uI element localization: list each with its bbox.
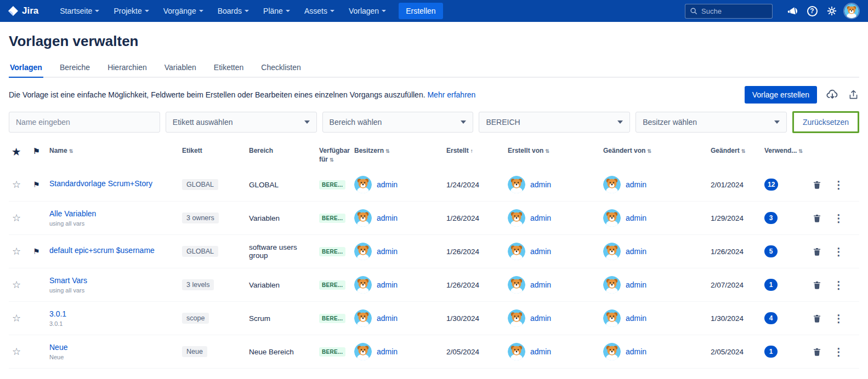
- favorite-star-icon[interactable]: ☆: [12, 246, 21, 257]
- scope-filter-select[interactable]: Bereich wählen: [322, 112, 474, 133]
- nav-item-vorlagen[interactable]: Vorlagen: [343, 0, 392, 22]
- creator-link[interactable]: admin: [530, 247, 551, 256]
- more-actions-button[interactable]: ⋮: [833, 213, 844, 223]
- template-name-link[interactable]: Smart Vars: [49, 276, 178, 285]
- nav-item-startseite[interactable]: Startseite: [54, 0, 105, 22]
- column-header-erstellt-von[interactable]: Erstellt von⇅: [508, 146, 603, 155]
- created-date: 1/30/2024: [446, 314, 508, 323]
- usage-count-badge[interactable]: 1: [764, 279, 778, 291]
- bereich-value: software users group: [249, 243, 319, 260]
- favorite-star-icon[interactable]: ☆: [12, 313, 21, 324]
- template-name-link[interactable]: Alle Variablen: [49, 209, 178, 218]
- label-filter-select[interactable]: Etikett auswählen: [166, 112, 317, 133]
- column-header-bereich[interactable]: Bereich: [249, 146, 319, 155]
- help-button[interactable]: ?: [803, 2, 821, 20]
- settings-button[interactable]: [823, 2, 841, 20]
- favorite-star-icon[interactable]: ☆: [12, 213, 21, 223]
- more-actions-button[interactable]: ⋮: [833, 246, 844, 257]
- tab-bar: Vorlagen Bereiche Hierarchien Variablen …: [9, 60, 859, 78]
- learn-more-link[interactable]: Mehr erfahren: [427, 90, 475, 99]
- search-input[interactable]: [701, 7, 762, 15]
- nav-item-vorgaenge[interactable]: Vorgänge: [157, 0, 209, 22]
- template-name-link[interactable]: Neue: [49, 343, 178, 352]
- modifier-link[interactable]: admin: [626, 247, 646, 256]
- more-actions-button[interactable]: ⋮: [833, 180, 844, 190]
- template-name-link[interactable]: Standardvorlage Scrum+Story: [49, 179, 178, 188]
- create-template-button[interactable]: Vorlage erstellen: [745, 86, 817, 104]
- column-header-verwendet[interactable]: Verwend...⇅: [764, 146, 813, 155]
- creator-link[interactable]: admin: [530, 347, 551, 356]
- more-actions-button[interactable]: ⋮: [833, 347, 844, 357]
- usage-count-badge[interactable]: 1: [764, 346, 778, 358]
- modifier-avatar: [603, 209, 621, 227]
- favorite-star-icon[interactable]: ☆: [12, 279, 21, 290]
- more-actions-button[interactable]: ⋮: [833, 280, 844, 290]
- favorite-star-icon[interactable]: ☆: [12, 179, 21, 190]
- column-header-geaendert[interactable]: Geändert⇅: [711, 146, 764, 155]
- bereich-filter-select[interactable]: BEREICH: [479, 112, 630, 133]
- owner-link[interactable]: admin: [377, 314, 398, 323]
- tab-variablen[interactable]: Variablen: [163, 60, 197, 78]
- label-chip: 3 owners: [182, 213, 219, 223]
- owner-filter-select[interactable]: Besitzer wählen: [636, 112, 787, 133]
- modifier-link[interactable]: admin: [626, 314, 646, 323]
- owner-link[interactable]: admin: [377, 247, 398, 256]
- table-row: ☆ Smart Vars using all vars 3 levels Var…: [9, 268, 859, 302]
- creator-link[interactable]: admin: [530, 214, 551, 222]
- delete-button[interactable]: [813, 347, 821, 357]
- reset-filters-button[interactable]: Zurücksetzen: [794, 113, 858, 131]
- column-header-name[interactable]: Name⇅: [49, 146, 182, 155]
- flag-icon[interactable]: ⚑: [33, 180, 40, 189]
- usage-count-badge[interactable]: 5: [764, 245, 778, 257]
- user-avatar-button[interactable]: [843, 2, 860, 20]
- favorite-star-icon[interactable]: ☆: [12, 346, 21, 357]
- import-templates-button[interactable]: [826, 88, 839, 101]
- tab-vorlagen[interactable]: Vorlagen: [9, 60, 43, 78]
- creator-link[interactable]: admin: [530, 180, 551, 189]
- template-subtitle: using all vars: [49, 220, 178, 227]
- tab-bereiche[interactable]: Bereiche: [59, 60, 91, 78]
- tab-hierarchien[interactable]: Hierarchien: [106, 60, 148, 78]
- creator-link[interactable]: admin: [530, 280, 551, 289]
- usage-count-badge[interactable]: 3: [764, 212, 778, 224]
- owner-link[interactable]: admin: [377, 180, 398, 189]
- create-issue-button[interactable]: Erstellen: [399, 3, 442, 19]
- delete-button[interactable]: [813, 314, 821, 323]
- table-row: ☆ Alle Variablen using all vars 3 owners…: [9, 202, 859, 235]
- creator-link[interactable]: admin: [530, 314, 551, 323]
- flag-icon[interactable]: ⚑: [33, 247, 40, 256]
- nav-item-plaene[interactable]: Pläne: [257, 0, 296, 22]
- column-header-erstellt[interactable]: Erstellt↑: [446, 146, 508, 155]
- nav-item-boards[interactable]: Boards: [212, 0, 255, 22]
- modifier-link[interactable]: admin: [626, 214, 646, 222]
- template-name-link[interactable]: default epic+scrum $username: [49, 246, 178, 255]
- column-header-besitzern[interactable]: Besitzern⇅: [354, 146, 446, 155]
- global-search[interactable]: [685, 4, 773, 19]
- usage-count-badge[interactable]: 12: [764, 179, 778, 191]
- column-header-geaendert-von[interactable]: Geändert von⇅: [603, 146, 711, 155]
- nav-item-projekte[interactable]: Projekte: [107, 0, 155, 22]
- modifier-link[interactable]: admin: [626, 280, 646, 289]
- column-header-verfuegbar-fuer[interactable]: Verfügbar für⇅: [319, 146, 354, 164]
- column-header-etikett[interactable]: Etikett: [182, 146, 249, 155]
- owner-link[interactable]: admin: [377, 280, 398, 289]
- more-actions-button[interactable]: ⋮: [833, 313, 844, 324]
- delete-button[interactable]: [813, 214, 821, 223]
- delete-button[interactable]: [813, 247, 821, 256]
- modifier-link[interactable]: admin: [626, 347, 646, 356]
- owner-link[interactable]: admin: [377, 347, 398, 356]
- export-templates-button[interactable]: [848, 89, 859, 101]
- delete-button[interactable]: [813, 280, 821, 290]
- tab-etiketten[interactable]: Etiketten: [213, 60, 245, 78]
- usage-count-badge[interactable]: 4: [764, 312, 778, 324]
- owner-link[interactable]: admin: [377, 214, 398, 222]
- delete-button[interactable]: [813, 180, 821, 190]
- modifier-link[interactable]: admin: [626, 180, 646, 189]
- name-filter-input[interactable]: [9, 112, 160, 133]
- availability-badge: BERE...: [319, 247, 345, 256]
- tab-checklisten[interactable]: Checklisten: [260, 60, 302, 78]
- template-name-link[interactable]: 3.0.1: [49, 309, 178, 318]
- jira-logo[interactable]: Jira: [8, 5, 38, 16]
- nav-item-assets[interactable]: Assets: [298, 0, 341, 22]
- feedback-megaphone-button[interactable]: [784, 2, 801, 20]
